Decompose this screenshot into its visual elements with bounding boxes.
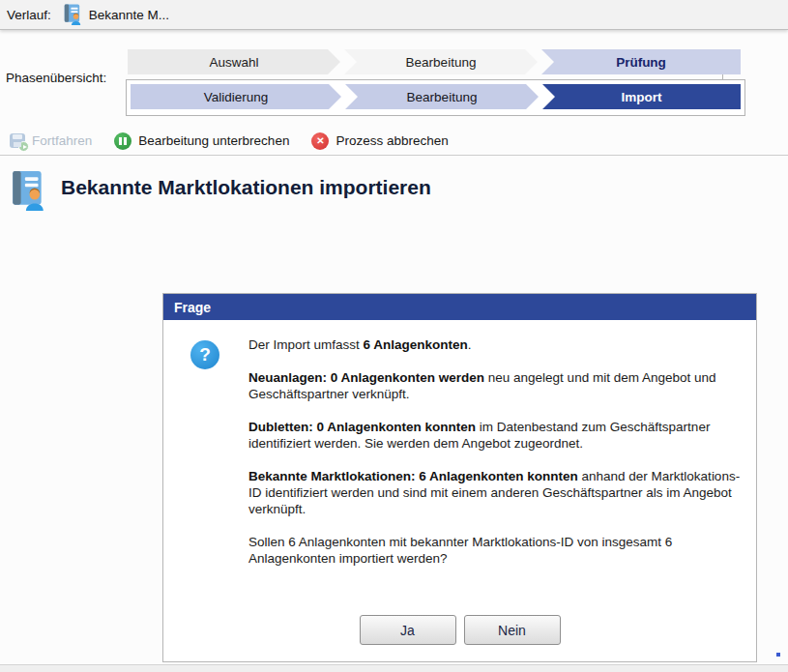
bottom-strip — [0, 664, 788, 672]
sub-phase-box: Validierung Bearbeitung Import — [126, 79, 745, 116]
continue-button[interactable]: Fortfahren — [10, 133, 92, 148]
page-header: Bekannte Marktlokationen importieren — [8, 170, 431, 211]
nein-button[interactable]: Nein — [464, 615, 561, 645]
dialog-paragraph: Der Import umfasst 6 Anlagenkonten. — [248, 336, 744, 353]
phase-pruefung: Prüfung — [541, 49, 741, 74]
phase-label: Import — [622, 90, 662, 104]
toolbar-separator — [0, 155, 788, 156]
phase-label: Auswahl — [209, 55, 258, 70]
question-icon: ? — [190, 340, 219, 369]
blue-marker-dot — [776, 653, 780, 657]
main-phase-row: Auswahl Bearbeitung Prüfung — [128, 49, 741, 74]
phase-label: Prüfung — [616, 55, 666, 70]
interrupt-button[interactable]: Bearbeitung unterbrechen — [114, 132, 289, 150]
phase-import: Import — [542, 84, 741, 109]
phase-auswahl: Auswahl — [128, 49, 340, 74]
phase-bearbeitung-sub: Bearbeitung — [345, 84, 539, 109]
marktlokationen-book-icon-large — [8, 170, 48, 211]
phase-bearbeitung: Bearbeitung — [344, 49, 538, 74]
question-dialog: Frage ? Der Import umfasst 6 Anlagenkont… — [162, 293, 757, 662]
dialog-body: ? Der Import umfasst 6 Anlagenkonten. Ne… — [163, 320, 756, 661]
phase-label: Validierung — [204, 90, 269, 104]
question-icon-glyph: ? — [199, 344, 211, 365]
abort-button-label: Prozess abbrechen — [336, 133, 448, 148]
save-continue-icon — [10, 133, 25, 148]
toolbar: Fortfahren Bearbeitung unterbrechen Proz… — [0, 127, 788, 155]
phase-label: Bearbeitung — [407, 90, 478, 104]
cancel-icon — [311, 132, 329, 150]
history-label: Verlauf: — [7, 8, 51, 22]
pause-icon — [114, 132, 131, 150]
dialog-paragraph: Neuanlagen: 0 Anlagenkonten werden neu a… — [248, 369, 744, 402]
phase-validierung: Validierung — [131, 84, 341, 109]
continue-button-label: Fortfahren — [32, 133, 92, 148]
page-title: Bekannte Marktlokationen importieren — [61, 176, 431, 211]
history-bar: Verlauf: Bekannte M... — [0, 0, 788, 30]
interrupt-button-label: Bearbeitung unterbrechen — [138, 133, 289, 148]
marktlokationen-book-icon — [62, 4, 83, 25]
dialog-paragraph: Dubletten: 0 Anlagenkonten konnten im Da… — [248, 419, 744, 452]
dialog-paragraph: Sollen 6 Anlagenkonten mit bekannter Mar… — [248, 534, 744, 567]
dialog-paragraph: Bekannte Marktlokationen: 6 Anlagenkonte… — [248, 468, 744, 517]
history-tab-label: Bekannte M... — [89, 8, 169, 22]
phase-label: Bearbeitung — [406, 55, 477, 70]
dialog-title: Frage — [163, 294, 756, 320]
ja-button[interactable]: Ja — [360, 615, 456, 645]
sub-phase-row: Validierung Bearbeitung Import — [131, 84, 741, 109]
dialog-text: Der Import umfasst 6 Anlagenkonten. Neua… — [248, 320, 744, 567]
phase-overview-label: Phasenübersicht: — [6, 71, 106, 85]
dialog-buttons: Ja Nein — [163, 615, 756, 645]
history-tab[interactable]: Bekannte M... — [62, 4, 169, 25]
abort-button[interactable]: Prozess abbrechen — [311, 132, 448, 150]
